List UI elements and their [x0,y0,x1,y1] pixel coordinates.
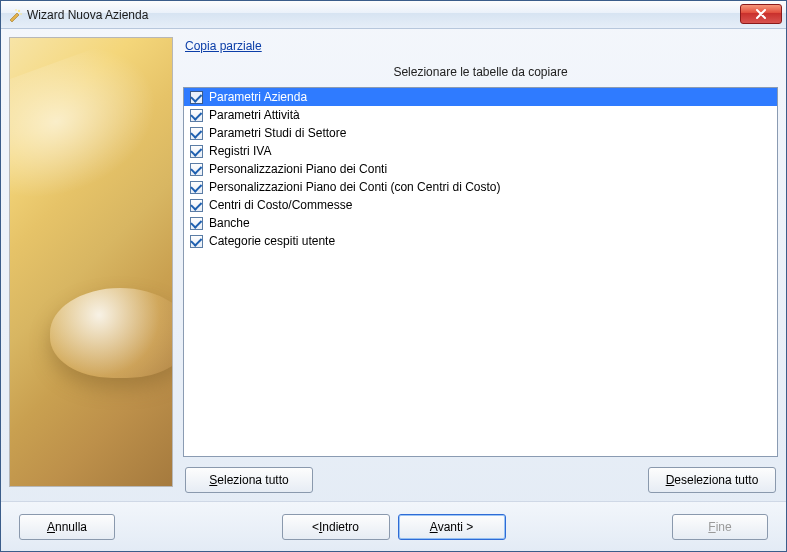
list-item[interactable]: Parametri Azienda [184,88,777,106]
list-item[interactable]: Parametri Attività [184,106,777,124]
btn-text-pre: < [312,520,319,534]
partial-copy-link[interactable]: Copia parziale [183,37,262,59]
next-button[interactable]: Avanti > [398,514,506,540]
finish-button[interactable]: Fine [672,514,768,540]
wizard-footer: Annulla < Indietro Avanti > Fine [1,501,786,551]
list-item[interactable]: Personalizzazioni Piano dei Conti [184,160,777,178]
window-title: Wizard Nuova Azienda [27,8,148,22]
checkbox[interactable] [190,91,203,104]
list-item-label: Parametri Studi di Settore [209,126,346,140]
checkbox[interactable] [190,109,203,122]
btn-text-post: ndietro [322,520,359,534]
checkbox[interactable] [190,217,203,230]
svg-point-1 [20,13,22,15]
checkbox[interactable] [190,199,203,212]
tables-listbox[interactable]: Parametri AziendaParametri AttivitàParam… [183,87,778,457]
wizard-icon [7,7,23,23]
select-all-button[interactable]: Seleziona tutto [185,467,313,493]
deselect-all-button[interactable]: Deseleziona tutto [648,467,776,493]
instruction-text: Selezionare le tabelle da copiare [183,59,778,87]
btn-text-post: eseleziona tutto [674,473,758,487]
svg-point-2 [15,9,17,11]
btn-text-post: eleziona tutto [217,473,288,487]
list-item[interactable]: Centri di Costo/Commesse [184,196,777,214]
btn-text-u: F [708,520,715,534]
nav-button-group: < Indietro Avanti > [282,514,506,540]
checkbox[interactable] [190,181,203,194]
btn-text-post: vanti > [438,520,474,534]
btn-text-u: A [430,520,438,534]
close-button[interactable] [740,4,782,24]
checkbox[interactable] [190,163,203,176]
btn-text-post: nnulla [55,520,87,534]
titlebar: Wizard Nuova Azienda [1,1,786,29]
svg-point-0 [18,9,20,11]
selection-buttons-row: Seleziona tutto Deseleziona tutto [183,457,778,493]
wizard-window: Wizard Nuova Azienda Copia parziale Sele… [0,0,787,552]
wizard-side-image [9,37,173,487]
list-item-label: Banche [209,216,250,230]
back-button[interactable]: < Indietro [282,514,390,540]
list-item-label: Registri IVA [209,144,271,158]
btn-text-u: S [209,473,217,487]
list-item-label: Personalizzazioni Piano dei Conti [209,162,387,176]
list-item[interactable]: Categorie cespiti utente [184,232,777,250]
list-item[interactable]: Registri IVA [184,142,777,160]
checkbox[interactable] [190,127,203,140]
list-item-label: Parametri Attività [209,108,300,122]
list-item-label: Centri di Costo/Commesse [209,198,352,212]
close-icon [756,9,766,19]
list-item[interactable]: Banche [184,214,777,232]
list-item[interactable]: Personalizzazioni Piano dei Conti (con C… [184,178,777,196]
btn-text-u: D [666,473,675,487]
list-item-label: Categorie cespiti utente [209,234,335,248]
checkbox[interactable] [190,145,203,158]
list-item-label: Parametri Azienda [209,90,307,104]
wizard-body: Copia parziale Selezionare le tabelle da… [1,29,786,501]
wizard-content: Copia parziale Selezionare le tabelle da… [183,37,778,493]
list-item-label: Personalizzazioni Piano dei Conti (con C… [209,180,500,194]
checkbox[interactable] [190,235,203,248]
btn-text-u: A [47,520,55,534]
list-item[interactable]: Parametri Studi di Settore [184,124,777,142]
cancel-button[interactable]: Annulla [19,514,115,540]
btn-text-post: ine [716,520,732,534]
